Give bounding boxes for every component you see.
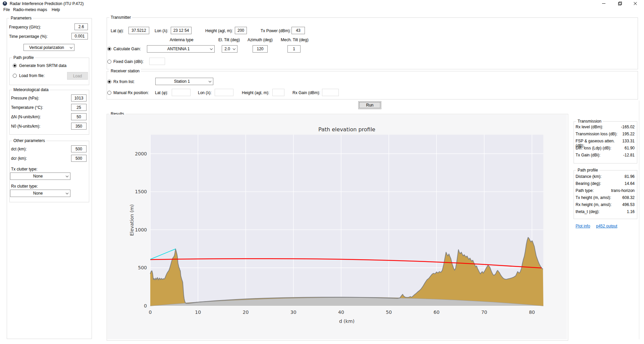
rx-clutter-label: Rx clutter type:	[11, 184, 38, 189]
azimuth-header: Azimuth (deg)	[248, 38, 273, 42]
tx-lat-input[interactable]	[128, 27, 149, 34]
pressure-input[interactable]	[71, 94, 87, 101]
tx-clutter-value: None	[10, 174, 65, 179]
minimize-icon	[602, 3, 605, 4]
chevron-down-icon	[65, 190, 70, 197]
rx-gain-input[interactable]	[322, 89, 339, 96]
rx-clutter-select[interactable]: None	[10, 190, 70, 197]
tx-lat-label: Lat (φ):	[111, 28, 124, 33]
rx-gain-label: Rx Gain (dBm):	[292, 90, 320, 95]
tx-height-input[interactable]	[235, 27, 247, 34]
dcr-label: dcr (km):	[11, 156, 27, 161]
polarization-select[interactable]: Vertical polarization	[23, 44, 74, 51]
chart-ylabel: Elevation (m)	[129, 204, 135, 236]
path-profile-group: Path profile	[9, 58, 89, 85]
rx-from-list-label: Rx from list:	[113, 79, 135, 84]
chevron-down-icon	[65, 173, 70, 180]
n0-input[interactable]	[71, 123, 87, 130]
svg-text:40: 40	[338, 309, 344, 315]
svg-text:2000: 2000	[135, 151, 147, 156]
dcr-input[interactable]	[71, 155, 87, 162]
run-button[interactable]: Run	[358, 101, 381, 109]
frequency-label: Frequency (GHz):	[9, 25, 41, 29]
svg-text:500: 500	[138, 265, 147, 270]
el-tilt-value: 2.0	[222, 47, 232, 51]
rx-lat-input[interactable]	[172, 89, 191, 96]
polarization-value: Vertical polarization	[24, 45, 69, 50]
svg-text:60: 60	[433, 309, 439, 315]
frequency-input[interactable]	[74, 23, 88, 30]
generate-srtm-radio[interactable]	[13, 64, 17, 68]
tx-clutter-select[interactable]: None	[10, 173, 70, 180]
load-from-file-radio[interactable]	[13, 74, 17, 78]
path-profile-results-title: Path profile	[576, 168, 599, 173]
svg-text:0: 0	[144, 303, 147, 308]
parameters-group-title: Parameters	[9, 16, 33, 20]
delta-n-input[interactable]	[71, 113, 87, 120]
el-tilt-header: El. Tilt (deg)	[218, 38, 240, 42]
path-profile-group-title: Path profile	[12, 55, 35, 60]
fixed-gain-input[interactable]	[149, 58, 165, 65]
theta-t-row: theta_t (deg):1.16	[576, 209, 635, 214]
chevron-down-icon	[208, 78, 213, 85]
calculate-gain-radio[interactable]	[107, 47, 111, 51]
tx-power-label: Tx Power (dBm):	[261, 28, 291, 33]
right-panel-divider	[639, 100, 639, 339]
tx-height-label: Height (agl, m):	[205, 28, 233, 33]
temperature-input[interactable]	[71, 104, 87, 111]
svg-text:1000: 1000	[135, 227, 147, 232]
tx-power-input[interactable]	[291, 27, 305, 34]
station-select[interactable]: Station 1	[155, 78, 213, 85]
diff-loss-row: Diff. loss (Ldp) (dB):61.90	[576, 146, 635, 150]
time-percentage-input[interactable]	[71, 33, 88, 40]
rx-lon-input[interactable]	[215, 89, 233, 96]
station-value: Station 1	[156, 79, 208, 84]
restore-icon	[618, 2, 621, 5]
dct-input[interactable]	[71, 145, 87, 152]
path-type-row: Path type:trans-horizon	[576, 188, 635, 193]
chart-title: Path elevation profile	[318, 126, 375, 133]
svg-text:1500: 1500	[135, 189, 147, 194]
antenna-type-select[interactable]: ANTENNA 1	[147, 45, 215, 53]
el-tilt-select[interactable]: 2.0	[222, 45, 237, 53]
other-parameters-group-title: Other parameters	[12, 138, 46, 143]
receiver-group-title: Receiver station	[109, 69, 141, 73]
rx-from-list-radio[interactable]	[107, 80, 111, 84]
n0-label: N0 (N-units/km):	[11, 124, 40, 129]
svg-text:50: 50	[386, 309, 392, 315]
fixed-gain-radio[interactable]	[107, 60, 111, 64]
menu-help[interactable]: Help	[52, 7, 60, 12]
manual-rx-radio[interactable]	[107, 91, 111, 95]
rx-height-input[interactable]	[272, 89, 284, 96]
menu-file[interactable]: File	[3, 7, 10, 12]
menu-radio-meteo-maps[interactable]: Radio-meteo maps	[13, 7, 47, 12]
svg-text:80: 80	[529, 309, 535, 315]
time-percentage-label: Time percentage (%):	[9, 34, 48, 39]
chevron-down-icon	[210, 46, 214, 52]
pressure-label: Pressure (hPa):	[11, 96, 39, 100]
minimize-button[interactable]	[596, 0, 611, 7]
rx-lon-label: Lon (λ):	[198, 90, 212, 95]
rx-lat-label: Lat (φ):	[155, 90, 168, 95]
fixed-gain-label: Fixed Gain (dBi):	[113, 59, 144, 64]
menu-bar: File Radio-meteo maps Help	[0, 7, 644, 13]
title-bar: Radar Interference Prediction (ITU P.472…	[0, 0, 644, 7]
tx-lon-input[interactable]	[171, 27, 192, 34]
restore-button[interactable]	[612, 0, 627, 7]
meteorological-group-title: Meteorological data	[12, 87, 50, 92]
manual-rx-label: Manual Rx position:	[113, 90, 149, 95]
plot-info-link[interactable]: Plot info	[576, 224, 590, 228]
mech-tilt-input[interactable]	[287, 45, 301, 53]
svg-text:70: 70	[481, 309, 487, 315]
delta-n-label: ΔN (N-units/km):	[11, 115, 41, 119]
app-icon	[3, 1, 7, 6]
p452-output-link[interactable]: p452 output	[596, 224, 617, 228]
antenna-type-header: Antenna type	[170, 38, 194, 42]
chevron-down-icon	[69, 44, 74, 51]
azimuth-input[interactable]	[253, 45, 268, 53]
temperature-label: Temperature (°C):	[11, 105, 43, 110]
load-button[interactable]: Load	[67, 72, 88, 80]
app-window: Radar Interference Prediction (ITU P.472…	[0, 0, 644, 344]
transmission-group-title: Transmission	[576, 119, 603, 124]
close-button[interactable]	[628, 0, 643, 7]
